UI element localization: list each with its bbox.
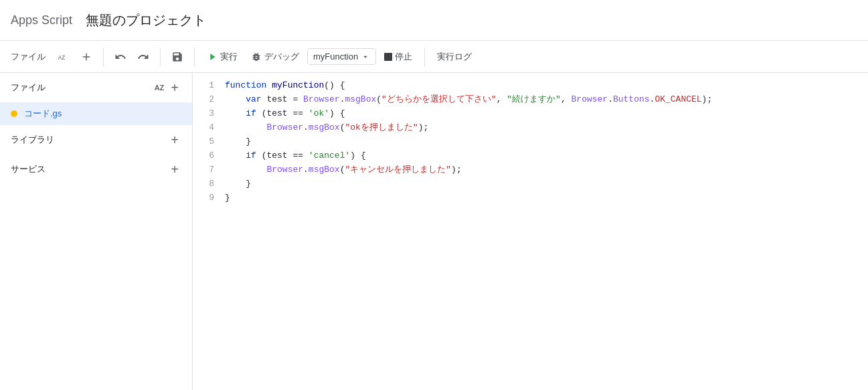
redo-button[interactable]	[133, 48, 153, 66]
line-num-1: 1	[193, 78, 225, 92]
sort-az-icon: AZ	[58, 51, 70, 63]
line-num-5: 5	[193, 134, 225, 149]
code-content-2: var test = Browser.msgBox("どちらかを選択して下さい"…	[225, 92, 868, 106]
svg-text:AZ: AZ	[58, 54, 66, 60]
chevron-down-icon	[361, 52, 370, 62]
debug-button[interactable]: デバッグ	[246, 48, 305, 66]
files-section-header: ファイル AZ +	[0, 73, 192, 102]
files-toolbar-section: ファイル AZ	[5, 48, 96, 66]
function-name: myFunction	[313, 52, 358, 62]
add-file-button[interactable]	[76, 48, 96, 66]
divider-3	[194, 47, 195, 66]
function-selector[interactable]: myFunction	[307, 48, 376, 65]
code-line-7: 7 Browser.msgBox("キャンセルを押しました");	[193, 163, 868, 177]
sidebar-add-service-button[interactable]: +	[168, 161, 181, 177]
code-content-8: }	[225, 177, 868, 191]
app-header: Apps Script 無題のプロジェクト	[0, 0, 868, 41]
run-icon	[207, 52, 218, 62]
main-content: ファイル AZ + コード.gs ライブラリ + サービス + 1	[0, 73, 868, 390]
log-button[interactable]: 実行ログ	[432, 48, 477, 66]
sidebar-sort-button[interactable]: AZ	[153, 82, 166, 93]
line-num-3: 3	[193, 106, 225, 120]
code-content-1: function myFunction() {	[225, 78, 868, 92]
code-content-4: Browser.msgBox("okを押しました");	[225, 120, 868, 134]
line-num-7: 7	[193, 163, 225, 177]
code-block: 1 function myFunction() { 2 var test = B…	[193, 78, 868, 205]
undo-icon	[114, 51, 126, 63]
code-line-1: 1 function myFunction() {	[193, 78, 868, 92]
debug-label: デバッグ	[264, 51, 299, 63]
redo-icon	[137, 51, 149, 63]
log-label: 実行ログ	[437, 51, 472, 63]
services-section-label: サービス	[11, 163, 46, 175]
project-title[interactable]: 無題のプロジェクト	[86, 11, 206, 29]
add-icon	[80, 51, 92, 63]
files-label: ファイル	[5, 51, 51, 63]
undo-button[interactable]	[110, 48, 131, 66]
libraries-section-header: ライブラリ +	[0, 125, 192, 155]
code-line-3: 3 if (test == 'ok') {	[193, 106, 868, 120]
stop-icon	[384, 53, 392, 61]
code-content-6: if (test == 'cancel') {	[225, 149, 868, 163]
line-num-6: 6	[193, 149, 225, 163]
code-content-5: }	[225, 134, 868, 149]
file-name: コード.gs	[24, 108, 62, 120]
stop-button[interactable]: 停止	[379, 48, 418, 66]
sidebar: ファイル AZ + コード.gs ライブラリ + サービス +	[0, 73, 193, 390]
stop-label: 停止	[395, 51, 412, 63]
sidebar-add-file-button[interactable]: +	[168, 80, 181, 96]
run-button[interactable]: 実行	[201, 48, 243, 66]
sort-button[interactable]: AZ	[54, 48, 74, 66]
sidebar-file-item-code[interactable]: コード.gs	[0, 102, 192, 125]
save-icon	[171, 51, 183, 63]
line-num-2: 2	[193, 92, 225, 106]
divider-1	[103, 47, 104, 66]
code-content-3: if (test == 'ok') {	[225, 106, 868, 120]
code-content-7: Browser.msgBox("キャンセルを押しました");	[225, 163, 868, 177]
line-num-4: 4	[193, 120, 225, 134]
code-line-9: 9 }	[193, 191, 868, 205]
line-num-8: 8	[193, 177, 225, 191]
toolbar: ファイル AZ 実行 デバッグ myFunction 停止	[0, 41, 868, 73]
file-indicator	[11, 110, 17, 117]
debug-icon	[251, 52, 262, 62]
code-content-9: }	[225, 191, 868, 205]
services-section-header: サービス +	[0, 155, 192, 184]
save-button[interactable]	[167, 48, 187, 66]
sidebar-add-library-button[interactable]: +	[168, 132, 181, 148]
libraries-section-label: ライブラリ	[11, 134, 54, 146]
files-section-label: ファイル	[11, 82, 46, 94]
run-label: 実行	[220, 51, 238, 63]
divider-4	[424, 47, 425, 66]
code-editor[interactable]: 1 function myFunction() { 2 var test = B…	[193, 73, 868, 390]
code-line-2: 2 var test = Browser.msgBox("どちらかを選択して下さ…	[193, 92, 868, 106]
code-line-4: 4 Browser.msgBox("okを押しました");	[193, 120, 868, 134]
code-line-6: 6 if (test == 'cancel') {	[193, 149, 868, 163]
divider-2	[160, 47, 161, 66]
code-line-8: 8 }	[193, 177, 868, 191]
app-name: Apps Script	[11, 13, 72, 27]
code-line-5: 5 }	[193, 134, 868, 149]
line-num-9: 9	[193, 191, 225, 205]
